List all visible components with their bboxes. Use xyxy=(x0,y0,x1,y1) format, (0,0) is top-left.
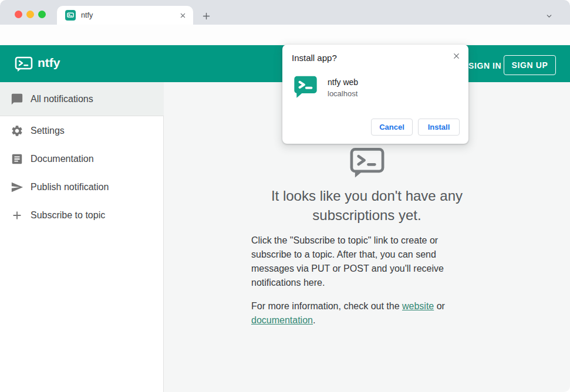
sidebar-item-label: Subscribe to topic xyxy=(31,210,105,221)
browser-window: ntfy localhost xyxy=(0,0,570,392)
dialog-app-origin: localhost xyxy=(328,89,357,98)
tab-search-chevron-down-icon[interactable] xyxy=(543,10,555,22)
send-icon xyxy=(11,181,23,194)
install-app-dialog: Install app? ntfy web localhost Cancel I… xyxy=(282,45,468,144)
app-title: ntfy xyxy=(38,56,60,70)
paragraph-line: documentation. xyxy=(251,313,492,327)
sidebar: All notifications Settings Documentation… xyxy=(0,82,164,392)
heading-line-1: It looks like you don't have any xyxy=(164,186,570,205)
close-window-button[interactable] xyxy=(15,11,22,18)
sidebar-item-publish-notification[interactable]: Publish notification xyxy=(0,173,164,201)
ntfy-logo-gray-icon xyxy=(349,147,385,180)
sidebar-item-label: Publish notification xyxy=(31,182,109,192)
sidebar-item-label: All notifications xyxy=(31,94,93,104)
paragraph-line: Click the "Subscribe to topic" link to c… xyxy=(251,234,492,248)
sidebar-item-label: Settings xyxy=(31,126,65,136)
para2-middle: or xyxy=(434,301,445,311)
gear-icon xyxy=(11,124,23,137)
website-link[interactable]: website xyxy=(402,301,434,311)
chat-icon xyxy=(11,93,23,106)
sidebar-item-subscribe-to-topic[interactable]: Subscribe to topic xyxy=(0,201,164,229)
article-icon xyxy=(11,153,23,165)
dialog-close-icon[interactable] xyxy=(451,50,461,61)
sign-up-button[interactable]: SIGN UP xyxy=(504,55,556,75)
plus-icon xyxy=(11,209,23,222)
zoom-window-button[interactable] xyxy=(38,11,46,18)
sign-in-button[interactable]: SIGN IN xyxy=(465,59,505,73)
tab-title: ntfy xyxy=(81,11,93,19)
para2-prefix: For more information, check out the xyxy=(251,301,402,311)
ntfy-favicon-icon xyxy=(65,10,76,21)
ntfy-app-icon xyxy=(294,75,318,100)
dialog-title: Install app? xyxy=(292,53,337,63)
sidebar-item-label: Documentation xyxy=(31,154,94,164)
new-tab-button[interactable] xyxy=(200,9,213,22)
sidebar-item-all-notifications[interactable]: All notifications xyxy=(0,82,164,116)
install-button[interactable]: Install xyxy=(418,119,460,136)
paragraph-line: notifications here. xyxy=(251,276,492,290)
browser-toolbar: localhost xyxy=(0,25,570,45)
minimize-window-button[interactable] xyxy=(26,11,34,18)
empty-state-body: Click the "Subscribe to topic" link to c… xyxy=(251,234,492,327)
paragraph-line: messages via PUT or POST and you'll rece… xyxy=(251,262,492,276)
tab-strip: ntfy xyxy=(0,0,570,25)
documentation-link[interactable]: documentation xyxy=(251,315,313,325)
dialog-app-name: ntfy web xyxy=(328,77,358,87)
heading-line-2: subscriptions yet. xyxy=(164,205,570,225)
sidebar-item-documentation[interactable]: Documentation xyxy=(0,145,164,173)
paragraph-line: subscribe to a topic. After that, you ca… xyxy=(251,248,492,262)
cancel-button[interactable]: Cancel xyxy=(371,119,413,136)
tab-close-icon[interactable] xyxy=(178,11,187,20)
paragraph-line: For more information, check out the webs… xyxy=(251,299,492,313)
empty-state-paragraph-1: Click the "Subscribe to topic" link to c… xyxy=(251,234,492,290)
empty-state-paragraph-2: For more information, check out the webs… xyxy=(251,299,492,327)
ntfy-logo-icon xyxy=(15,56,33,72)
para2-suffix: . xyxy=(313,315,315,325)
sidebar-item-settings[interactable]: Settings xyxy=(0,117,164,145)
empty-state-heading: It looks like you don't have any subscri… xyxy=(164,186,570,225)
browser-tab[interactable]: ntfy xyxy=(57,6,193,25)
